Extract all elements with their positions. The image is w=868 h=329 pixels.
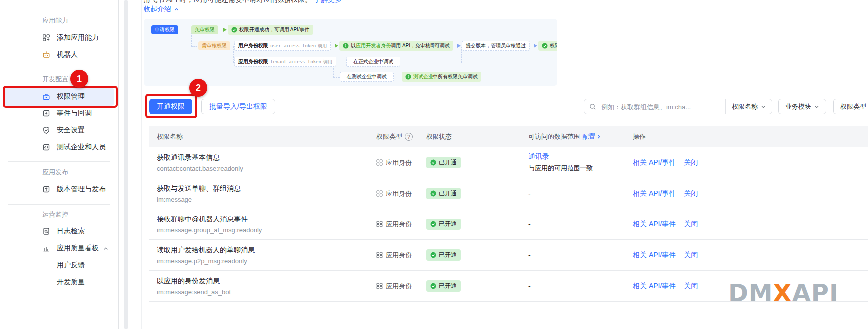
chevron-down-icon <box>761 104 766 109</box>
permission-type-cell: 应用身份 <box>376 282 426 291</box>
collapse-intro-link[interactable]: 收起介绍 <box>144 5 179 14</box>
col-header-action: 操作 <box>633 132 868 141</box>
related-api-link[interactable]: 相关 API/事件 <box>633 282 676 291</box>
connector-line <box>336 62 346 62</box>
open-permission-button[interactable]: 开通权限 <box>149 99 192 114</box>
permission-type-filter[interactable]: 权限类型 <box>833 99 868 114</box>
scope-config-link[interactable]: 配置 <box>582 132 601 141</box>
flow-test-free-node: 测试企业中所有权限免审调试 <box>402 72 481 82</box>
close-permission-link[interactable]: 关闭 <box>684 251 698 260</box>
connector-line <box>218 30 222 30</box>
permission-type-cell: 应用身份 <box>376 220 426 229</box>
sidebar-item-add-capability[interactable]: 添加应用能力 <box>42 33 99 42</box>
sidebar-item-events[interactable]: 事件与回调 <box>42 109 92 118</box>
flow-test-green-text: 测试企业 <box>413 74 433 79</box>
flow-row-4: 在测试企业中调试 测试企业中所有权限免审调试 <box>340 72 481 82</box>
flow-dev-debug-node: 以应用开发者身份调用 API，免审核即可调试 <box>339 41 453 51</box>
app-identity-icon <box>376 221 383 227</box>
sidebar-subitem-user-feedback[interactable]: 用户反馈 <box>57 261 85 270</box>
flow-row-3: 应用身份权限 tenant_access_token 调用 在正式企业中调试 <box>234 57 400 67</box>
upload-square-icon <box>42 185 50 193</box>
sidebar-item-test-company[interactable]: 测试企业和人员 <box>42 143 106 152</box>
sidebar-item-bot[interactable]: 机器人 <box>42 50 78 59</box>
watermark-dm: DM <box>728 279 773 307</box>
help-icon[interactable]: ? <box>405 133 413 141</box>
flow-user-call: 调用 <box>318 44 327 48</box>
table-header: 权限名称 权限类型 ? 权限状态 可访问的数据范围 配置 操作 <box>149 126 868 147</box>
sidebar-item-security[interactable]: 安全设置 <box>42 126 85 135</box>
sidebar-item-release[interactable]: 版本管理与发布 <box>42 185 106 194</box>
learn-more-link[interactable]: 了解更多 <box>314 0 342 3</box>
flow-row-2: 需审核权限 用户身份权限 user_access_token 调用 以应用开发者… <box>198 41 557 51</box>
close-permission-link[interactable]: 关闭 <box>684 220 698 229</box>
app-identity-icon <box>376 252 383 258</box>
flow-review-result-label: 权限开通成功，可调用 API/事件 <box>550 43 557 48</box>
permission-name-cell: 接收群聊中@机器人消息事件 im:message.group_at_msg:re… <box>157 215 376 234</box>
related-api-link[interactable]: 相关 API/事件 <box>633 158 676 167</box>
arrow-right-icon <box>335 44 338 48</box>
permission-title: 读取用户发给机器人的单聊消息 <box>157 246 376 255</box>
dmxapi-watermark: DMXAPI <box>728 279 839 307</box>
flow-free-result: 权限开通成功，可调用 API/事件 <box>228 25 313 35</box>
close-permission-link[interactable]: 关闭 <box>684 189 698 198</box>
scope-link[interactable]: 通讯录 <box>528 152 633 161</box>
batch-import-export-button[interactable]: 批量导入/导出权限 <box>201 99 275 114</box>
chevron-up-icon <box>174 7 179 12</box>
sidebar-item-label: 安全设置 <box>57 126 85 135</box>
related-api-link[interactable]: 相关 API/事件 <box>633 251 676 260</box>
related-api-link[interactable]: 相关 API/事件 <box>633 189 676 198</box>
permission-status-cell: 已开通 <box>426 157 528 168</box>
flow-tenant-perm-node: 应用身份权限 tenant_access_token 调用 <box>234 57 336 67</box>
close-permission-link[interactable]: 关闭 <box>684 282 698 291</box>
info-circle-icon <box>343 43 349 49</box>
table-row: 获取与发送单聊、群组消息 im:message 应用身份 已开通 - 相关 AP… <box>149 178 868 209</box>
col-header-status: 权限状态 <box>426 132 528 141</box>
permission-code: im:message.p2p_msg:readonly <box>157 257 376 265</box>
sidebar-subitem-dev-quality[interactable]: 开发质量 <box>57 278 85 287</box>
table-row: 获取通讯录基本信息 contact:contact.base:readonly … <box>149 147 868 178</box>
permission-name-cell: 获取通讯录基本信息 contact:contact.base:readonly <box>157 153 376 172</box>
sidebar-item-label: 事件与回调 <box>57 109 92 118</box>
sidebar-section-dev-config: 开发配置 <box>42 75 68 84</box>
sidebar-item-quality-board[interactable]: 应用质量看板 <box>42 244 99 253</box>
briefcase-icon <box>42 93 50 101</box>
flow-user-token: user_access_token <box>270 44 316 48</box>
business-module-filter[interactable]: 业务模块 <box>778 99 826 114</box>
action-cell: 相关 API/事件 关闭 <box>633 220 868 229</box>
flow-user-perm-label: 用户身份权限 <box>238 43 268 48</box>
flow-review-result: 权限开通成功，可调用 API/事件 <box>538 41 557 51</box>
status-badge: 已开通 <box>426 280 461 292</box>
permission-type-cell: 应用身份 <box>376 158 426 167</box>
sidebar-divider <box>8 161 110 162</box>
vertical-scrollbar[interactable] <box>124 0 128 329</box>
data-scope-cell: - <box>528 282 633 290</box>
chevron-right-icon <box>596 134 601 139</box>
action-cell: 相关 API/事件 关闭 <box>633 251 868 260</box>
intro-text-clipped: 用飞书 API 时，应用可能还需要申请对应的数据权限。 了解更多 <box>144 0 342 4</box>
sidebar-item-label: 权限管理 <box>57 92 85 101</box>
sidebar-item-logs[interactable]: 日志检索 <box>42 227 85 236</box>
connector-line <box>394 77 402 77</box>
connector-line <box>178 30 191 30</box>
check-circle-icon <box>430 252 436 258</box>
table-row: 读取用户发给机器人的单聊消息 im:message.p2p_msg:readon… <box>149 240 868 271</box>
permission-status-cell: 已开通 <box>426 188 528 199</box>
flow-submit-node: 提交版本，管理员审核通过 <box>462 41 530 51</box>
action-cell: 相关 API/事件 关闭 <box>633 189 868 198</box>
related-api-link[interactable]: 相关 API/事件 <box>633 220 676 229</box>
search-field-selector[interactable]: 权限名称 <box>726 102 772 111</box>
flow-dev-debug-label: 以应用开发者身份调用 API，免审核即可调试 <box>351 43 450 48</box>
permission-title: 获取与发送单聊、群组消息 <box>157 184 376 193</box>
sidebar-section-monitor: 运营监控 <box>42 210 68 219</box>
search-input[interactable] <box>600 103 725 111</box>
permission-type-label: 应用身份 <box>386 220 412 229</box>
check-circle-icon <box>430 190 436 197</box>
chevron-up-icon[interactable] <box>103 245 109 254</box>
close-permission-link[interactable]: 关闭 <box>684 158 698 167</box>
status-label: 已开通 <box>439 189 457 198</box>
watermark-api: API <box>792 279 839 307</box>
flow-free-tag: 免审权限 <box>191 25 218 34</box>
permission-code: contact:contact.base:readonly <box>157 165 376 172</box>
sidebar-item-permission[interactable]: 权限管理 <box>42 92 85 101</box>
sidebar-item-label: 测试企业和人员 <box>57 143 106 152</box>
